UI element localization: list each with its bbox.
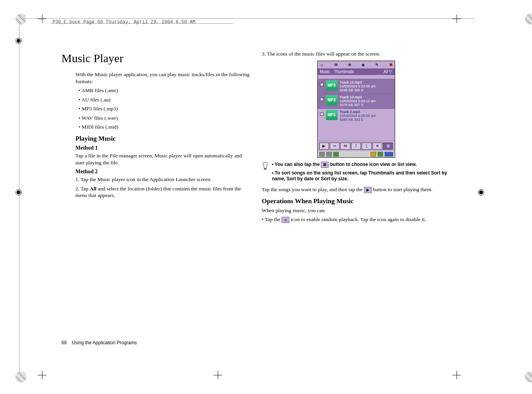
status-spacer (340, 152, 369, 157)
intro-text: With the Music player application, you c… (75, 71, 250, 85)
format-item: • WAV files (.wav) (79, 115, 250, 122)
cut-icon: ✂ (330, 143, 340, 150)
subheading-playing-music: Playing Music (75, 134, 250, 143)
registration-circle-icon (478, 189, 484, 195)
keyboard-icon (326, 152, 332, 157)
mp3-icon: MP3 (326, 95, 338, 105)
tray-nav-icon: ◆ (362, 62, 365, 67)
copy-icon: ⤵ (362, 143, 371, 150)
play-button-icon: ▶ (319, 143, 329, 150)
delete-icon: ✕ (373, 143, 382, 150)
bold-all: All (90, 186, 96, 192)
phone-screenshot: ☺ ✉ ⊕ ◆ ✎ ✱ Music Thumbnails All ▽ MP3 T… (317, 61, 395, 158)
signal-icon (319, 152, 325, 157)
track-date: 16/03/2004 5:28:56 am (340, 84, 376, 88)
printers-mark-icon (525, 371, 532, 382)
phone-toolbar: ▶ ✂ ✉ ⤴ ⤵ ✕ ⊞ (318, 141, 395, 151)
guide-line (19, 21, 19, 373)
tray-edit-icon: ✎ (375, 62, 378, 67)
text-fragment: • Tap the (262, 216, 282, 222)
format-item: • MIDI files (.mid) (79, 124, 250, 131)
tab-music: Music (320, 69, 330, 74)
lightbulb-icon (262, 162, 269, 172)
page-footer: 68 Using the Application Programs (61, 340, 137, 345)
battery-icon (385, 152, 393, 157)
tab-thumbnails: Thumbnails (334, 69, 354, 74)
text-fragment: • You can also tap the (272, 162, 321, 167)
tray-apps-icon: ✱ (389, 62, 392, 67)
registration-circle-icon (16, 38, 22, 44)
subheading-method-1: Method 1 (75, 145, 250, 152)
track-checkbox (320, 112, 324, 116)
page-number: 68 (61, 340, 66, 345)
track-title: Track 2.mp3 (340, 110, 360, 114)
shuffle-icon: ⤭ (282, 217, 289, 223)
tray-mail-icon: ✉ (334, 62, 338, 67)
tip-2: • To sort songs on the song list screen,… (272, 170, 450, 182)
method-1-text: Tap a file in the File manager screen, M… (75, 152, 250, 166)
phone-spacer (318, 123, 395, 141)
volume-icon (371, 152, 376, 157)
subheading-operations: Operations When Playing Music (262, 197, 450, 206)
track-size: 5480 KB 343 S (340, 118, 364, 122)
tray-contacts-icon: ☺ (320, 62, 324, 67)
mp3-icon: MP3 (326, 80, 338, 91)
text-fragment: Tap the songs you want to play, and then… (262, 187, 364, 192)
step-3-text: 3. The icons of the music files will app… (262, 51, 450, 58)
subheading-method-2: Method 2 (75, 168, 250, 175)
tip-body: • You can also tap the ⊞ button to choos… (272, 162, 450, 185)
method-2-step-2: 2. Tap All and select the location (fold… (75, 185, 250, 199)
track-title: Track 13.mp3 (340, 95, 362, 99)
guide-line (23, 18, 474, 19)
format-item: • MP3 files (.mp3) (79, 105, 250, 112)
text-fragment: button to choose icon view or list view. (329, 162, 416, 167)
printers-mark-icon (16, 371, 26, 382)
track-meta: Track 12.mp3 16/03/2004 5:28:56 am 5246 … (340, 80, 376, 92)
track-meta: Track 2.mp3 16/03/2004 5:25:58 am 5480 K… (340, 110, 376, 122)
printers-mark-icon (16, 14, 26, 24)
track-checkbox (320, 83, 324, 86)
tip-block: • You can also tap the ⊞ button to choos… (262, 162, 450, 185)
text-fragment: 2. Tap (75, 186, 90, 192)
track-row: MP3 Track 12.mp3 16/03/2004 5:28:56 am 5… (318, 79, 395, 94)
dropdown-all: All ▽ (384, 69, 392, 74)
text-fragment: and select the location (folder) that co… (75, 186, 241, 199)
track-date: 16/03/2004 5:25:58 am (340, 114, 376, 118)
grid-view-icon: ⊞ (321, 162, 329, 168)
text-fragment: button to start playing them. (372, 187, 432, 192)
phone-system-tray: ☺ ✉ ⊕ ◆ ✎ ✱ (318, 61, 395, 68)
page-content: Music Player With the Music player appli… (61, 51, 450, 225)
mail-icon: ✉ (340, 143, 350, 150)
play-instruction: Tap the songs you want to play, and then… (262, 186, 450, 193)
op-random: • Tap the ⤭ icon to enable random playba… (262, 216, 450, 223)
track-row: MP3 Track 2.mp3 16/03/2004 5:25:58 am 54… (318, 108, 395, 123)
track-row: MP3 Track 13.mp3 16/03/2004 5:29:12 am 4… (318, 94, 395, 108)
phone-status-bar (318, 151, 395, 157)
tray-browser-icon: ⊕ (348, 62, 351, 67)
track-meta: Track 13.mp3 16/03/2004 5:29:12 am 4278 … (340, 95, 376, 107)
footer-section: Using the Application Programs (72, 340, 137, 345)
tip-1: • You can also tap the ⊞ button to choos… (272, 162, 450, 168)
move-icon: ⤴ (351, 143, 361, 150)
format-item: • AMR files (.amr) (79, 87, 250, 94)
play-icon: ▶ (364, 187, 372, 193)
ops-intro: When playing music, you can: (262, 207, 450, 214)
track-title: Track 12.mp3 (340, 80, 362, 84)
track-size: 4278 KB 267 S (340, 103, 364, 107)
right-column: 3. The icons of the music files will app… (262, 51, 450, 225)
running-header: P30_E.book Page 68 Thursday, April 29, 2… (52, 19, 195, 25)
format-item: • AU files (.au) (79, 96, 250, 103)
track-checkbox (320, 98, 324, 101)
registration-circle-icon (16, 189, 22, 195)
method-2-step-1: 1. Tap the Music player icon in the Appl… (75, 176, 250, 183)
view-toggle-icon: ⊞ (383, 143, 393, 150)
globe-icon (333, 152, 339, 157)
clock-icon (378, 152, 383, 157)
phone-spacer (318, 75, 395, 79)
track-size: 5246 KB 328 S (340, 88, 364, 92)
phone-tab-row: Music Thumbnails All ▽ (318, 68, 395, 75)
text-fragment: icon to enable random playback. Tap the … (289, 216, 426, 222)
left-column: Music Player With the Music player appli… (61, 51, 250, 225)
track-date: 16/03/2004 5:29:12 am (340, 99, 376, 103)
printers-mark-icon (525, 14, 532, 24)
